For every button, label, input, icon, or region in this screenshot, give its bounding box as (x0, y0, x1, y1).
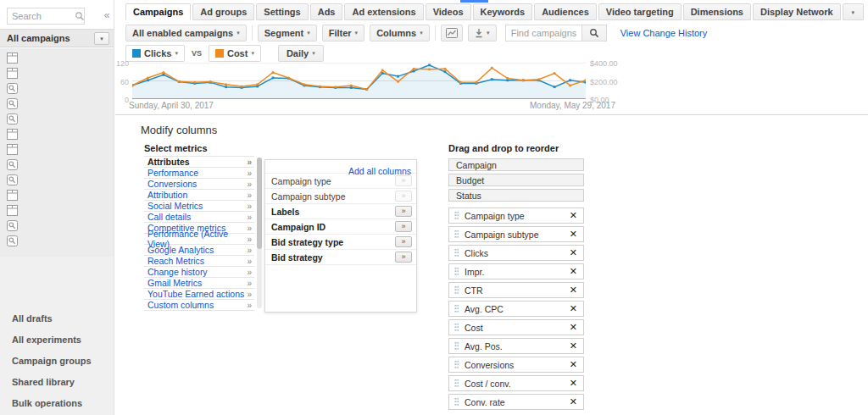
display-campaign-icon[interactable] (7, 53, 18, 64)
sidebar-nav-item[interactable]: Shared library (0, 371, 114, 392)
draggable-column-item[interactable]: Campaign subtype ✕ (448, 226, 584, 242)
interval-selector-button[interactable]: Daily ▾ (278, 45, 324, 62)
drag-handle-icon[interactable] (454, 304, 459, 313)
download-button[interactable]: ▾ (468, 25, 497, 42)
tab[interactable]: Audiences (534, 3, 597, 20)
filter-button[interactable]: Filter▾ (322, 25, 364, 42)
drag-handle-icon[interactable] (454, 323, 459, 332)
display-campaign-icon[interactable] (7, 68, 18, 79)
drag-handle-icon[interactable] (454, 341, 459, 351)
tab[interactable]: Videos (426, 3, 471, 20)
add-column-button[interactable]: » (395, 236, 412, 247)
search-campaign-icon[interactable] (7, 113, 18, 125)
segment-button[interactable]: Segment▾ (258, 25, 317, 42)
columns-button[interactable]: Columns▾ (370, 25, 430, 42)
search-campaign-icon[interactable] (7, 220, 18, 231)
draggable-column-item[interactable]: Cost / conv. ✕ (448, 375, 584, 391)
drag-handle-icon[interactable] (454, 379, 459, 388)
metric2-selector-button[interactable]: Cost ▾ (209, 45, 261, 62)
add-column-button[interactable]: » (395, 175, 412, 186)
chart-toggle-button[interactable] (441, 25, 463, 42)
drag-handle-icon[interactable] (454, 397, 459, 407)
all-campaigns-header[interactable]: All campaigns ▾ (0, 29, 114, 47)
search-campaign-icon[interactable] (7, 159, 18, 170)
sidebar-nav-item[interactable]: Bulk operations (0, 392, 114, 413)
collapse-sidebar-button[interactable]: « (100, 9, 114, 23)
display-campaign-icon[interactable] (7, 205, 18, 216)
draggable-column-item[interactable]: Avg. CPC ✕ (448, 301, 584, 317)
add-column-button[interactable]: » (395, 191, 412, 202)
chart-plot (132, 63, 586, 99)
find-search-button[interactable] (581, 25, 607, 42)
campaign-scope-button[interactable]: All enabled campaigns▾ (125, 25, 247, 42)
tab[interactable]: Ads (310, 3, 343, 20)
category-scrollbar[interactable] (257, 158, 262, 308)
metric-category-item[interactable]: YouTube Earned actions » (144, 289, 254, 300)
remove-column-button[interactable]: ✕ (570, 359, 577, 370)
sidebar-nav-item[interactable]: All experiments (0, 329, 114, 350)
metric-category-item[interactable]: Change history » (144, 267, 254, 278)
tab[interactable]: Ad groups (192, 3, 254, 20)
sidebar-nav-item[interactable]: All drafts (0, 307, 114, 329)
remove-column-button[interactable]: ✕ (570, 340, 577, 351)
tab[interactable]: Display Network (753, 3, 841, 20)
search-campaign-icon[interactable] (7, 174, 18, 185)
view-change-history-link[interactable]: View Change History (620, 28, 708, 38)
add-column-button[interactable]: » (395, 221, 412, 232)
remove-column-button[interactable]: ✕ (570, 322, 577, 333)
display-campaign-icon[interactable] (7, 129, 18, 140)
metric-category-item[interactable]: Conversions » (144, 179, 254, 190)
display-campaign-icon[interactable] (7, 190, 18, 201)
metric-category-item[interactable]: Call details » (144, 212, 254, 223)
draggable-column-item[interactable]: Avg. Pos. ✕ (448, 338, 584, 354)
tab[interactable]: Keywords (473, 3, 533, 20)
tab[interactable]: Campaigns (125, 3, 191, 20)
draggable-column-item[interactable]: Impr. ✕ (448, 263, 584, 279)
metric-category-item[interactable]: Reach Metrics » (144, 256, 254, 267)
remove-column-button[interactable]: ✕ (570, 285, 577, 296)
draggable-column-item[interactable]: Cost ✕ (448, 319, 584, 335)
remove-column-button[interactable]: ✕ (570, 396, 577, 407)
tab[interactable]: Settings (256, 3, 308, 20)
add-column-button[interactable]: » (395, 206, 412, 217)
metric-category-item[interactable]: Attributes » (144, 157, 254, 168)
draggable-column-item[interactable]: Conv. rate ✕ (448, 394, 584, 410)
add-column-button[interactable]: » (395, 252, 412, 263)
find-campaigns-input[interactable] (505, 25, 581, 42)
scrollbar-thumb[interactable] (257, 158, 262, 249)
chevron-down-icon[interactable]: ▾ (94, 32, 109, 45)
drag-handle-icon[interactable] (454, 267, 459, 276)
sidebar-search-input[interactable] (7, 8, 85, 25)
search-campaign-icon[interactable] (7, 83, 18, 94)
drag-handle-icon[interactable] (454, 360, 459, 369)
metric1-selector-button[interactable]: Clicks ▾ (125, 45, 185, 62)
remove-column-button[interactable]: ✕ (570, 378, 577, 389)
drag-handle-icon[interactable] (454, 248, 459, 257)
display-campaign-icon[interactable] (7, 144, 18, 155)
draggable-column-item[interactable]: CTR ✕ (448, 282, 584, 298)
drag-handle-icon[interactable] (454, 230, 459, 239)
remove-column-button[interactable]: ✕ (570, 229, 577, 240)
metric-category-item[interactable]: Custom columns » (144, 300, 254, 311)
metric-category-item[interactable]: Social Metrics » (144, 201, 254, 212)
metric-category-item[interactable]: Performance (Active View) » (144, 234, 254, 245)
drag-handle-icon[interactable] (454, 285, 459, 295)
tab[interactable]: Dimensions (683, 3, 751, 20)
remove-column-button[interactable]: ✕ (570, 266, 577, 277)
remove-column-button[interactable]: ✕ (570, 303, 577, 314)
sidebar-nav-item[interactable]: Campaign groups (0, 350, 114, 371)
tab[interactable]: Ad extensions (344, 3, 423, 20)
draggable-column-item[interactable]: Clicks ✕ (448, 245, 584, 261)
search-campaign-icon[interactable] (7, 98, 18, 109)
metric-category-item[interactable]: Performance » (144, 168, 254, 179)
remove-column-button[interactable]: ✕ (570, 210, 577, 221)
remove-column-button[interactable]: ✕ (570, 247, 577, 258)
draggable-column-item[interactable]: Conversions ✕ (448, 357, 584, 373)
drag-handle-icon[interactable] (454, 211, 459, 220)
tab[interactable]: Video targeting (598, 3, 682, 20)
draggable-column-item[interactable]: Campaign type ✕ (448, 208, 584, 224)
search-campaign-icon[interactable] (7, 235, 18, 246)
metric-category-item[interactable]: Attribution » (144, 190, 254, 201)
metric-category-item[interactable]: Gmail Metrics » (144, 278, 254, 289)
more-tabs-button[interactable]: ▾ (843, 3, 865, 20)
